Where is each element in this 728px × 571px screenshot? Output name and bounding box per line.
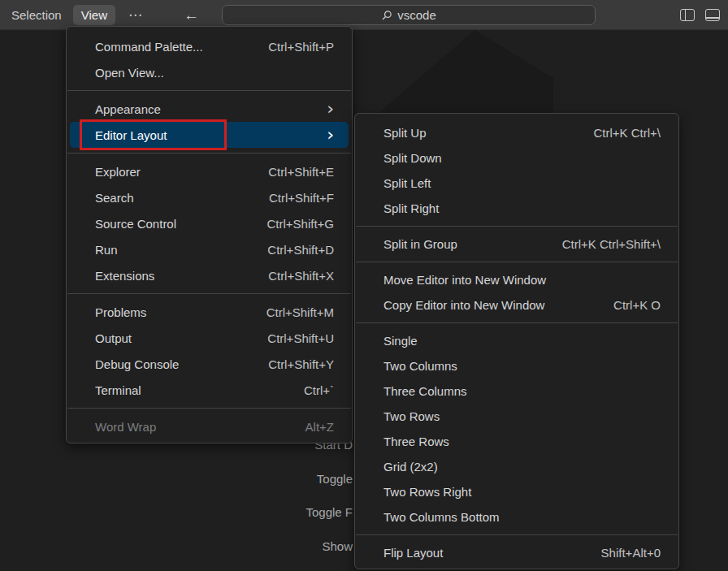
menu-item-label: Word Wrap	[95, 420, 156, 434]
menu-item-command-palette[interactable]: Command Palette... Ctrl+Shift+P	[67, 33, 352, 59]
menu-item-copy-editor-into-new-window[interactable]: Copy Editor into New Window Ctrl+K O	[355, 292, 678, 318]
background-shortcut-label: Show	[322, 539, 353, 553]
menu-separator	[67, 153, 351, 154]
menu-item-label: Explorer	[95, 165, 141, 179]
menu-item-label: Split in Group	[384, 237, 457, 251]
menu-item-label: Problems	[95, 305, 146, 319]
menu-item-shortcut: Shift+Alt+0	[601, 546, 661, 560]
menu-item-label: Source Control	[95, 217, 176, 231]
menu-separator	[67, 408, 351, 409]
menu-item-shortcut: Ctrl+Shift+Y	[268, 357, 334, 371]
menu-item-shortcut: Ctrl+Shift+D	[267, 243, 334, 257]
menu-item-label: Move Editor into New Window	[384, 273, 546, 287]
menu-item-split-up[interactable]: Split Up Ctrl+K Ctrl+\	[355, 120, 678, 145]
menu-item-search[interactable]: Search Ctrl+Shift+F	[67, 184, 352, 210]
menu-item-shortcut: Ctrl+K Ctrl+\	[593, 126, 661, 140]
menu-item-label: Run	[95, 243, 118, 257]
menu-item-terminal[interactable]: Terminal Ctrl+`	[67, 377, 352, 403]
menu-item-editor-layout[interactable]: Editor Layout ›	[70, 122, 349, 148]
command-center-search[interactable]: vscode	[222, 5, 596, 25]
menu-item-shortcut: Ctrl+Shift+P	[268, 40, 334, 54]
menu-item-shortcut: Ctrl+Shift+E	[268, 165, 334, 179]
menu-separator	[356, 226, 678, 227]
menu-item-label: Flip Layout	[384, 546, 443, 560]
background-shortcut-label: Toggle	[317, 472, 353, 486]
menu-item-label: Split Up	[384, 126, 427, 140]
menu-item-label: Editor Layout	[95, 128, 167, 142]
menubar-item-view[interactable]: View	[73, 5, 115, 25]
menu-item-single[interactable]: Single	[355, 328, 678, 353]
menu-item-shortcut: Ctrl+K O	[613, 298, 661, 312]
menu-item-split-down[interactable]: Split Down	[355, 145, 678, 171]
menu-item-grid-2x2[interactable]: Grid (2x2)	[355, 454, 678, 479]
menu-item-label: Grid (2x2)	[384, 460, 438, 474]
menubar-item-selection[interactable]: Selection	[3, 5, 70, 25]
menu-item-open-view[interactable]: Open View...	[67, 59, 352, 85]
menu-item-label: Two Columns	[384, 359, 457, 373]
menu-item-label: Search	[95, 191, 134, 205]
view-menu: Command Palette... Ctrl+Shift+P Open Vie…	[66, 26, 353, 443]
menu-item-shortcut: Ctrl+Shift+X	[268, 269, 334, 283]
menu-item-label: Copy Editor into New Window	[384, 298, 544, 312]
toggle-panel-icon[interactable]	[705, 9, 720, 21]
menu-item-label: Output	[95, 331, 132, 345]
menu-item-shortcut: Ctrl+Shift+F	[269, 191, 334, 205]
menu-item-split-right[interactable]: Split Right	[355, 196, 678, 221]
menu-item-shortcut: Ctrl+K Ctrl+Shift+\	[562, 237, 661, 251]
menu-item-split-left[interactable]: Split Left	[355, 171, 678, 196]
menu-item-label: Extensions	[95, 269, 154, 283]
menu-item-run[interactable]: Run Ctrl+Shift+D	[67, 236, 352, 262]
menu-item-two-columns-bottom[interactable]: Two Columns Bottom	[355, 504, 678, 530]
menu-item-move-editor-into-new-window[interactable]: Move Editor into New Window	[355, 267, 678, 292]
menu-item-shortcut: Ctrl+`	[304, 383, 334, 397]
menu-item-problems[interactable]: Problems Ctrl+Shift+M	[67, 299, 352, 325]
search-value: vscode	[397, 8, 436, 22]
menu-item-shortcut: Ctrl+Shift+G	[266, 217, 334, 231]
menu-item-label: Split Right	[384, 201, 439, 215]
menu-item-label: Split Down	[384, 151, 442, 165]
menu-item-three-rows[interactable]: Three Rows	[355, 429, 678, 454]
submenu-chevron-icon: ›	[327, 128, 334, 142]
search-icon	[381, 10, 392, 21]
menu-item-word-wrap[interactable]: Word Wrap Alt+Z	[67, 413, 352, 439]
menu-item-flip-layout[interactable]: Flip Layout Shift+Alt+0	[355, 540, 678, 565]
menu-item-label: Two Columns Bottom	[384, 510, 500, 524]
menu-item-shortcut: Ctrl+Shift+U	[267, 331, 334, 345]
titlebar-layout-controls	[680, 0, 720, 30]
menu-separator	[356, 322, 678, 323]
menu-item-source-control[interactable]: Source Control Ctrl+Shift+G	[67, 210, 352, 236]
editor-layout-submenu: Split Up Ctrl+K Ctrl+\ Split Down Split …	[354, 113, 679, 569]
nav-back-icon[interactable]: ←	[177, 6, 206, 24]
submenu-chevron-icon: ›	[327, 102, 334, 116]
menu-item-explorer[interactable]: Explorer Ctrl+Shift+E	[67, 158, 352, 184]
menu-separator	[356, 262, 678, 262]
menu-item-debug-console[interactable]: Debug Console Ctrl+Shift+Y	[67, 351, 352, 377]
menu-item-label: Two Rows	[384, 409, 440, 423]
menu-item-appearance[interactable]: Appearance ›	[67, 96, 352, 122]
background-shortcut-label: Toggle F	[306, 505, 353, 519]
menu-item-three-columns[interactable]: Three Columns	[355, 379, 678, 404]
toggle-sidebar-icon[interactable]	[680, 9, 695, 21]
menu-item-label: Three Rows	[384, 435, 449, 448]
menu-separator	[67, 90, 351, 91]
menubar-more-icon[interactable]: ⋯	[120, 3, 151, 27]
menu-item-label: Terminal	[95, 383, 141, 397]
menu-item-output[interactable]: Output Ctrl+Shift+U	[67, 325, 352, 351]
menu-item-label: Command Palette...	[95, 40, 203, 54]
menu-item-two-columns[interactable]: Two Columns	[355, 353, 678, 379]
menu-separator	[356, 534, 678, 535]
menu-item-two-rows-right[interactable]: Two Rows Right	[355, 479, 678, 504]
menu-item-label: Split Left	[384, 176, 431, 190]
menu-item-label: Open View...	[95, 66, 164, 80]
menu-item-shortcut: Ctrl+Shift+M	[266, 305, 334, 319]
menu-item-label: Debug Console	[95, 357, 179, 371]
menu-item-two-rows[interactable]: Two Rows	[355, 404, 678, 429]
menu-item-label: Single	[384, 334, 418, 348]
menu-separator	[67, 293, 351, 294]
menu-item-split-in-group[interactable]: Split in Group Ctrl+K Ctrl+Shift+\	[355, 231, 678, 257]
menu-item-label: Three Columns	[384, 384, 467, 398]
menu-item-label: Appearance	[95, 102, 161, 116]
menu-item-extensions[interactable]: Extensions Ctrl+Shift+X	[67, 262, 352, 288]
menu-item-shortcut: Alt+Z	[306, 420, 334, 434]
menu-item-label: Two Rows Right	[384, 485, 471, 499]
